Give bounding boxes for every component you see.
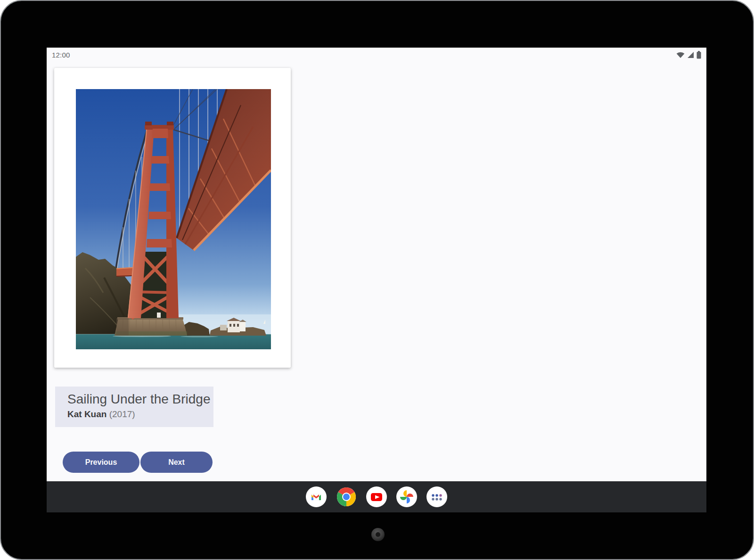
artwork-photo xyxy=(76,89,271,349)
chrome-icon[interactable] xyxy=(336,486,357,507)
artwork-title: Sailing Under the Bridge xyxy=(67,391,213,408)
gmail-icon[interactable] xyxy=(306,486,327,507)
cellular-signal-icon xyxy=(687,51,694,58)
previous-button[interactable]: Previous xyxy=(63,452,139,473)
youtube-icon[interactable] xyxy=(366,486,387,507)
google-photos-icon[interactable] xyxy=(396,486,417,507)
artwork-artist: Kat Kuan xyxy=(67,409,107,419)
status-icons xyxy=(676,51,701,59)
caption-panel: Sailing Under the Bridge Kat Kuan (2017) xyxy=(55,387,213,427)
battery-icon xyxy=(697,51,701,59)
app-drawer-icon[interactable] xyxy=(426,486,447,507)
nav-buttons: Previous Next xyxy=(63,452,213,473)
next-button[interactable]: Next xyxy=(140,452,213,473)
wifi-icon xyxy=(676,51,685,58)
golden-gate-bridge-photo xyxy=(76,89,271,349)
artwork-byline: Kat Kuan (2017) xyxy=(67,408,213,420)
artwork-card xyxy=(54,68,291,368)
status-bar: 12:00 xyxy=(47,48,706,62)
front-camera xyxy=(371,528,385,541)
taskbar xyxy=(47,481,706,512)
tablet-bezel: 12:00 xyxy=(0,0,754,560)
device-screen: 12:00 xyxy=(47,48,706,512)
clock: 12:00 xyxy=(52,51,70,59)
artwork-year: (2017) xyxy=(109,409,135,419)
